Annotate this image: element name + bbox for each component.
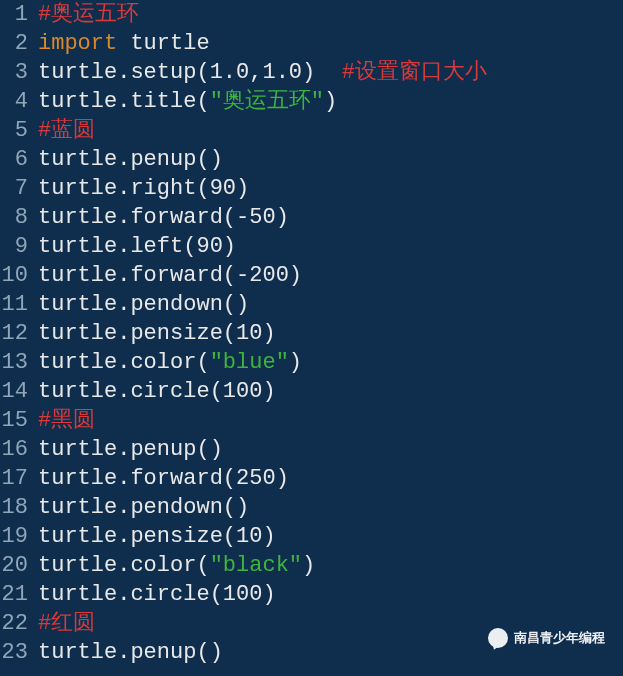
token-comment: #奥运五环 [38,2,139,27]
token-comment: #蓝圆 [38,118,95,143]
code-content[interactable]: #蓝圆 [34,116,95,145]
line-number: 21 [0,580,34,609]
watermark: 南昌青少年编程 [488,628,605,648]
token-string: "blue" [210,350,289,375]
line-number: 19 [0,522,34,551]
code-line[interactable]: 6turtle.penup() [0,145,623,174]
token-comment: #红圆 [38,611,95,636]
code-content[interactable]: turtle.color("black") [34,551,315,580]
code-line[interactable]: 5#蓝圆 [0,116,623,145]
token-default: turtle.setup(1.0,1.0) [38,60,342,85]
chat-bubble-icon [488,628,508,648]
token-default: turtle.color( [38,350,210,375]
token-string: "black" [210,553,302,578]
line-number: 14 [0,377,34,406]
line-number: 18 [0,493,34,522]
code-content[interactable]: #奥运五环 [34,0,139,29]
code-line[interactable]: 3turtle.setup(1.0,1.0) #设置窗口大小 [0,58,623,87]
code-line[interactable]: 8turtle.forward(-50) [0,203,623,232]
code-content[interactable]: #黑圆 [34,406,95,435]
token-default: turtle.forward(-200) [38,263,302,288]
token-default: turtle.color( [38,553,210,578]
code-line[interactable]: 4turtle.title("奥运五环") [0,87,623,116]
code-content[interactable]: turtle.pensize(10) [34,319,276,348]
code-content[interactable]: turtle.left(90) [34,232,236,261]
line-number: 23 [0,638,34,667]
token-default: turtle.penup() [38,640,223,665]
code-content[interactable]: turtle.setup(1.0,1.0) #设置窗口大小 [34,58,487,87]
code-line[interactable]: 11turtle.pendown() [0,290,623,319]
code-content[interactable]: turtle.penup() [34,638,223,667]
code-content[interactable]: turtle.penup() [34,435,223,464]
code-content[interactable]: turtle.forward(250) [34,464,289,493]
code-line[interactable]: 18turtle.pendown() [0,493,623,522]
token-string: "奥运五环" [210,89,324,114]
code-content[interactable]: turtle.pendown() [34,493,249,522]
token-default: turtle.pensize(10) [38,321,276,346]
code-content[interactable]: turtle.forward(-50) [34,203,289,232]
code-editor[interactable]: 1#奥运五环2import turtle3turtle.setup(1.0,1.… [0,0,623,667]
line-number: 1 [0,0,34,29]
line-number: 4 [0,87,34,116]
line-number: 17 [0,464,34,493]
line-number: 9 [0,232,34,261]
token-default: turtle.pensize(10) [38,524,276,549]
code-content[interactable]: turtle.forward(-200) [34,261,302,290]
code-content[interactable]: import turtle [34,29,210,58]
line-number: 15 [0,406,34,435]
token-default: turtle.penup() [38,437,223,462]
code-content[interactable]: turtle.circle(100) [34,580,276,609]
code-line[interactable]: 13turtle.color("blue") [0,348,623,377]
line-number: 20 [0,551,34,580]
token-default: ) [302,553,315,578]
token-default: turtle [117,31,209,56]
code-line[interactable]: 2import turtle [0,29,623,58]
watermark-text: 南昌青少年编程 [514,629,605,647]
line-number: 16 [0,435,34,464]
token-default: turtle.right(90) [38,176,249,201]
code-content[interactable]: turtle.penup() [34,145,223,174]
code-line[interactable]: 9turtle.left(90) [0,232,623,261]
line-number: 12 [0,319,34,348]
token-default: turtle.forward(-50) [38,205,289,230]
code-line[interactable]: 12turtle.pensize(10) [0,319,623,348]
code-line[interactable]: 15#黑圆 [0,406,623,435]
code-line[interactable]: 7turtle.right(90) [0,174,623,203]
token-keyword: import [38,31,117,56]
token-default: turtle.penup() [38,147,223,172]
token-default: turtle.forward(250) [38,466,289,491]
code-line[interactable]: 16turtle.penup() [0,435,623,464]
line-number: 5 [0,116,34,145]
code-line[interactable]: 1#奥运五环 [0,0,623,29]
code-line[interactable]: 14turtle.circle(100) [0,377,623,406]
code-content[interactable]: turtle.pensize(10) [34,522,276,551]
code-content[interactable]: turtle.title("奥运五环") [34,87,337,116]
token-default: ) [289,350,302,375]
code-line[interactable]: 10turtle.forward(-200) [0,261,623,290]
token-default: turtle.left(90) [38,234,236,259]
line-number: 22 [0,609,34,638]
token-default: turtle.pendown() [38,292,249,317]
token-comment: #黑圆 [38,408,95,433]
code-line[interactable]: 21turtle.circle(100) [0,580,623,609]
token-default: turtle.circle(100) [38,379,276,404]
code-line[interactable]: 17turtle.forward(250) [0,464,623,493]
line-number: 8 [0,203,34,232]
line-number: 2 [0,29,34,58]
line-number: 6 [0,145,34,174]
line-number: 3 [0,58,34,87]
line-number: 11 [0,290,34,319]
token-default: turtle.title( [38,89,210,114]
code-content[interactable]: turtle.circle(100) [34,377,276,406]
code-content[interactable]: turtle.pendown() [34,290,249,319]
line-number: 7 [0,174,34,203]
token-comment: #设置窗口大小 [342,60,487,85]
token-default: turtle.pendown() [38,495,249,520]
code-line[interactable]: 19turtle.pensize(10) [0,522,623,551]
line-number: 13 [0,348,34,377]
code-line[interactable]: 20turtle.color("black") [0,551,623,580]
token-default: turtle.circle(100) [38,582,276,607]
code-content[interactable]: turtle.color("blue") [34,348,302,377]
code-content[interactable]: turtle.right(90) [34,174,249,203]
code-content[interactable]: #红圆 [34,609,95,638]
